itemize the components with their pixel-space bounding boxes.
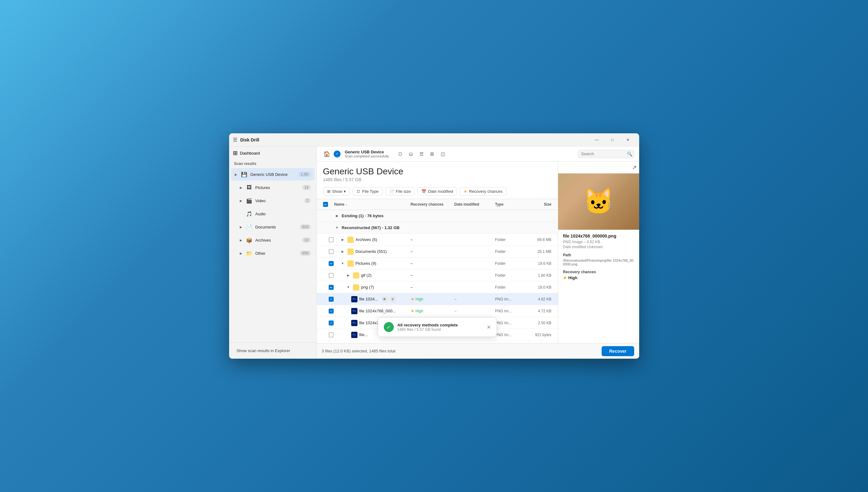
expand-btn-reconstructed[interactable]: ▼ — [334, 225, 340, 231]
maximize-button[interactable]: □ — [605, 135, 619, 145]
row-label-pictures: Pictures (9) — [355, 261, 376, 266]
other-icon: 📁 — [245, 249, 253, 257]
view-btn-split[interactable]: ◫ — [438, 149, 448, 159]
detail-filetype: PNG Image – 4.82 KB — [563, 240, 634, 244]
ps-file-icon: Ps — [351, 308, 357, 314]
th-date[interactable]: Date modified — [454, 202, 495, 206]
recovery-chances-filter-button[interactable]: ★ Recovery chances — [460, 187, 506, 196]
window-controls: — □ ✕ — [589, 135, 635, 145]
search-icon: 🔍 — [627, 151, 632, 156]
toast-subtitle: 1485 files / 5.57 GB found — [398, 327, 483, 332]
sidebar-item-other[interactable]: ▶ 📁 Other 856 — [231, 247, 315, 260]
detail-star-icon: ★ — [563, 275, 567, 280]
date-label: Date modified — [428, 189, 453, 194]
ps-file-icon: Ps — [351, 296, 357, 302]
show-filter-button[interactable]: ⊞ Show ▾ — [323, 187, 350, 196]
topbar-view-icons: 🗋 🗂 ☰ ⊞ ◫ — [395, 149, 448, 159]
gif-checkbox[interactable] — [329, 273, 334, 278]
table-row[interactable]: ▶ Archives (5) – Folder 69.8 MB — [317, 234, 558, 246]
view-btn-grid[interactable]: ⊞ — [427, 149, 437, 159]
table-row[interactable]: – ▼ Pictures (9) – Folder 19.6 KB — [317, 257, 558, 269]
row-size: 2.50 KB — [526, 321, 551, 325]
view-btn-folder[interactable]: 🗂 — [406, 149, 416, 159]
menu-icon[interactable]: ☰ — [233, 137, 237, 143]
sidebar-item-archives[interactable]: ▶ 📦 Archives 10 — [231, 234, 315, 246]
file-type-icon: 🗋 — [356, 189, 361, 194]
view-btn-file[interactable]: 🗋 — [395, 149, 405, 159]
th-recovery[interactable]: Recovery chances — [411, 202, 454, 206]
recover-button[interactable]: Recover — [602, 346, 634, 356]
expand-btn-documents[interactable]: ▶ — [340, 249, 346, 254]
minimize-button[interactable]: — — [589, 135, 604, 145]
preview-icon[interactable]: 👁 — [381, 296, 388, 303]
table-row[interactable]: ▶ Documents (551) – Folder 25.1 MB — [317, 246, 558, 257]
home-button[interactable]: 🏠 — [322, 149, 332, 159]
archives-checkbox[interactable] — [329, 237, 334, 242]
table-row[interactable]: ▶ Existing (1) - 76 bytes — [317, 210, 558, 222]
file-device-title: Generic USB Device — [323, 167, 551, 176]
documents-checkbox[interactable] — [329, 249, 334, 254]
row-name: Ps file 1024x768_000... — [334, 308, 411, 314]
star-icon: ★ — [411, 309, 415, 313]
verified-icon: ✓ — [334, 151, 341, 157]
ps-file-icon: Ps — [351, 320, 357, 326]
view-btn-list[interactable]: ☰ — [417, 149, 427, 159]
search-input[interactable] — [581, 151, 625, 156]
dashboard-item[interactable]: ⊞ Dashboard — [229, 146, 317, 158]
file4-checkbox[interactable] — [329, 333, 334, 337]
date-modified-button[interactable]: 📅 Date modified — [417, 187, 457, 196]
toast-notification: ✓ All recovery methods complete 1485 fil… — [378, 317, 497, 337]
sidebar-item-usb[interactable]: ▶ 💾 Generic USB Device 1.5K — [231, 168, 315, 180]
table-row[interactable]: ✓ Ps file 1024x768_000... ★ High – — [317, 305, 558, 317]
th-size[interactable]: Size — [526, 202, 551, 206]
th-name[interactable]: Name ↓ — [334, 202, 411, 206]
row-check: ✓ — [323, 320, 334, 325]
file2-checkbox[interactable]: ✓ — [329, 309, 334, 314]
close-button[interactable]: ✕ — [621, 135, 635, 145]
sidebar-item-pictures[interactable]: ▶ 🖼 Pictures 14 — [231, 181, 315, 194]
expand-arrow-other: ▶ — [240, 252, 245, 255]
file3-checkbox[interactable]: ✓ — [329, 320, 334, 325]
row-type: Folder — [495, 249, 526, 254]
expand-btn-existing[interactable]: ▶ — [334, 213, 340, 219]
sidebar-item-video[interactable]: ▶ 🎬 Video 2 — [231, 194, 315, 207]
th-name-label: Name — [334, 202, 345, 206]
titlebar: ☰ Disk Drill — □ ✕ — [229, 133, 639, 146]
detail-date: Date modified Unknown — [563, 245, 634, 249]
row-label-file4: file... — [359, 333, 368, 337]
row-recovery: – — [411, 273, 454, 278]
table-row[interactable]: ✓ Ps file 1024... 👁 # — [317, 293, 558, 305]
pictures-checkbox[interactable]: – — [329, 261, 334, 266]
sidebar-section-label: Scan results — [229, 158, 317, 168]
file-type-button[interactable]: 🗋 File Type — [352, 187, 383, 196]
table-row[interactable]: ▶ gif (2) – Folder 1.60 KB — [317, 269, 558, 281]
table-row[interactable]: – ▼ png (7) – Folder 18.0 KB — [317, 281, 558, 293]
expand-btn-archives[interactable]: ▶ — [340, 237, 346, 243]
png-checkbox[interactable]: – — [329, 285, 334, 290]
expand-btn-png[interactable]: ▼ — [346, 285, 351, 290]
sidebar-item-count-pictures: 14 — [302, 185, 311, 190]
th-type-label: Type — [495, 202, 504, 206]
toast-close-button[interactable]: ✕ — [487, 324, 491, 330]
file-size-button[interactable]: 📄 File size — [385, 187, 415, 196]
select-all-checkbox[interactable]: – — [323, 202, 328, 207]
row-recovery: ★ High — [411, 309, 454, 313]
folder-icon — [353, 284, 359, 291]
file1-checkbox[interactable]: ✓ — [329, 297, 334, 302]
expand-btn-pictures[interactable]: ▼ — [340, 261, 346, 266]
external-link-button[interactable]: ↗ — [632, 164, 637, 171]
file-device-subtitle: 1485 files / 5.57 GB — [323, 177, 551, 182]
row-name: ▶ gif (2) — [334, 272, 411, 278]
table-row[interactable]: ▼ Reconstructed (567) - 1.32 GB — [317, 222, 558, 234]
sidebar-item-count-archives: 10 — [302, 238, 311, 243]
hash-icon[interactable]: # — [389, 296, 396, 303]
expand-btn-gif[interactable]: ▶ — [346, 273, 351, 278]
sidebar-item-documents[interactable]: ▶ 📄 Documents 603 — [231, 221, 315, 233]
show-scan-results-button[interactable]: Show scan results in Explorer — [233, 346, 313, 355]
sidebar-item-audio[interactable]: 🎵 Audio — [231, 207, 315, 220]
date-icon: 📅 — [421, 189, 426, 194]
th-type[interactable]: Type — [495, 202, 526, 206]
row-name: ▶ Documents (551) — [334, 248, 411, 255]
row-check — [323, 237, 334, 242]
expand-arrow-pictures: ▶ — [240, 186, 245, 189]
